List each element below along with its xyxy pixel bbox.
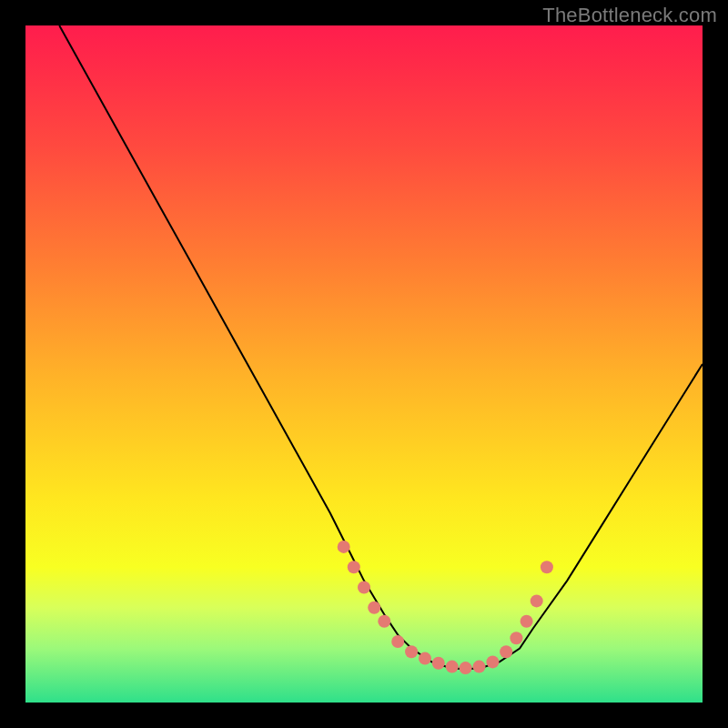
marker-dot bbox=[531, 594, 543, 607]
marker-dot bbox=[378, 615, 390, 628]
marker-dot bbox=[432, 657, 445, 670]
chart-stage: TheBottleneck.com bbox=[0, 0, 728, 728]
marker-dot bbox=[368, 602, 380, 614]
marker-dot bbox=[446, 661, 459, 673]
marker-dot bbox=[405, 645, 418, 658]
marker-dot bbox=[541, 561, 553, 573]
marker-dot bbox=[338, 541, 350, 553]
curve-path bbox=[59, 25, 703, 669]
marker-dot bbox=[358, 581, 370, 594]
marker-dot bbox=[486, 655, 499, 668]
marker-dot bbox=[510, 632, 522, 644]
marker-dot bbox=[500, 645, 512, 658]
marker-dot bbox=[391, 635, 404, 648]
watermark-text: TheBottleneck.com bbox=[542, 4, 717, 27]
marker-dot bbox=[419, 652, 431, 665]
marker-dot bbox=[460, 662, 472, 674]
marker-dot bbox=[473, 661, 486, 673]
curve-line bbox=[59, 25, 703, 669]
marker-dot bbox=[348, 561, 360, 573]
chart-overlay bbox=[25, 25, 703, 703]
marker-dots bbox=[338, 541, 553, 674]
marker-dot bbox=[521, 615, 533, 628]
plot-area bbox=[25, 25, 703, 703]
